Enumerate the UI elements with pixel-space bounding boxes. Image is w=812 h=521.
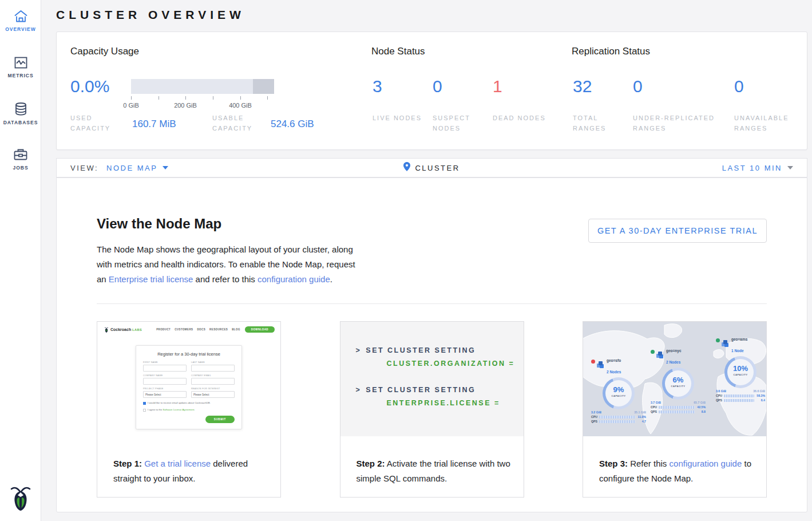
brand-suffix: LABS bbox=[132, 328, 142, 331]
unavailable-ranges-label: UNAVAILABLE RANGES bbox=[734, 113, 803, 133]
sidebar-item-label: DATABASES bbox=[0, 120, 41, 125]
locality-sfo[interactable]: geo=sfo2 Nodes 9%CAPACITY 3.2 GiB35.1 Gi… bbox=[591, 353, 646, 423]
usable-capacity-label: USABLE CAPACITY bbox=[212, 113, 270, 133]
field-label: PROJECT PHASE bbox=[143, 388, 187, 390]
view-selector[interactable]: NODE MAP bbox=[106, 164, 157, 172]
cockroachdb-logo bbox=[0, 484, 41, 514]
last-name-input[interactable] bbox=[191, 365, 235, 372]
mini-nav-resources[interactable]: RESOURCES bbox=[209, 328, 228, 331]
usable-capacity-value: 524.6 GiB bbox=[271, 119, 314, 130]
divider bbox=[97, 303, 767, 304]
get-trial-license-link[interactable]: Get a trial license bbox=[144, 459, 211, 468]
cpu-value: 11.0% bbox=[637, 415, 646, 419]
mini-nav-customers[interactable]: CUSTOMERS bbox=[175, 328, 193, 331]
qps-sparkline bbox=[724, 399, 754, 402]
capacity-ring: 6%CAPACITY bbox=[662, 368, 694, 400]
gauge-tick bbox=[213, 96, 213, 100]
suspect-nodes-value: 0 bbox=[433, 78, 442, 95]
nodes-icon bbox=[656, 352, 664, 358]
databases-icon bbox=[0, 101, 41, 117]
registration-screenshot: Cockroach LABS PRODUCT CUSTOMERS DOCS RE… bbox=[97, 322, 280, 456]
submit-button[interactable]: SUBMIT bbox=[205, 416, 235, 423]
sql-keyword: SET CLUSTER SETTING bbox=[366, 386, 476, 394]
configuration-guide-link[interactable]: configuration guide bbox=[670, 459, 742, 468]
mini-nav-blog[interactable]: BLOG bbox=[232, 328, 240, 331]
location-pin-icon bbox=[403, 162, 410, 173]
used-capacity: 3.2 GiB bbox=[591, 411, 601, 414]
prompt-symbol: > bbox=[356, 386, 362, 394]
cpu-sparkline bbox=[599, 416, 635, 419]
sidebar-item-jobs[interactable]: JOBS bbox=[0, 147, 41, 171]
sidebar-item-overview[interactable]: OVERVIEW bbox=[0, 9, 41, 32]
first-name-input[interactable] bbox=[143, 365, 187, 372]
enterprise-trial-license-link[interactable]: Enterprise trial license bbox=[109, 274, 193, 284]
step-label: Step 2: bbox=[357, 459, 385, 468]
qps-sparkline bbox=[599, 420, 635, 423]
qps-value: 6.4 bbox=[756, 398, 765, 402]
qps-value: 4.7 bbox=[637, 420, 646, 423]
enterprise-trial-button[interactable]: GET A 30-DAY ENTERPRISE TRIAL bbox=[588, 219, 767, 243]
project-phase-select[interactable]: Please Select bbox=[143, 391, 187, 398]
company-name-input[interactable] bbox=[143, 378, 187, 385]
mini-nav-product[interactable]: PRODUCT bbox=[156, 328, 171, 331]
locality-nyc[interactable]: geo=nyc2 Nodes 6%CAPACITY 3.7 GiB65.7 Gi… bbox=[651, 344, 706, 413]
step-text: Refer this bbox=[628, 459, 670, 468]
mini-download-button[interactable]: DOWNLOAD bbox=[245, 326, 275, 333]
license-agreement-checkbox[interactable] bbox=[143, 409, 146, 412]
unavailable-ranges-value: 0 bbox=[734, 78, 744, 95]
step1-caption: Step 1: Get a trial license delivered st… bbox=[113, 456, 270, 486]
company-email-input[interactable] bbox=[191, 378, 235, 385]
email-updates-checkbox[interactable] bbox=[143, 402, 146, 405]
capacity-percent: 0.0% bbox=[70, 78, 109, 95]
chevron-down-icon[interactable] bbox=[163, 166, 168, 169]
capacity-percent: 6% bbox=[665, 376, 691, 384]
description-text: and refer to this bbox=[193, 274, 258, 284]
locality-name: geo=nyc bbox=[666, 349, 682, 353]
live-nodes-label: LIVE NODES bbox=[373, 113, 427, 123]
prompt-symbol: > bbox=[356, 346, 362, 354]
cluster-overview-page: OVERVIEW METRICS DATABASES JOBS bbox=[0, 0, 812, 521]
time-range-selector[interactable]: LAST 10 MIN bbox=[722, 164, 782, 172]
node-map-preview: geo=sfo2 Nodes 9%CAPACITY 3.2 GiB35.1 Gi… bbox=[583, 322, 766, 436]
total-capacity: 36.6 GiB bbox=[753, 389, 765, 393]
capacity-usage-title: Capacity Usage bbox=[70, 46, 139, 57]
cpu-value: 58.3% bbox=[756, 394, 765, 397]
node-map-description: The Node Map shows the geographical layo… bbox=[97, 242, 366, 287]
total-capacity: 65.7 GiB bbox=[694, 401, 706, 404]
cpu-label: CPU bbox=[591, 415, 599, 419]
total-ranges-label: TOTAL RANGES bbox=[573, 113, 627, 133]
view-bar: VIEW: NODE MAP CLUSTER LAST 10 MIN bbox=[56, 158, 807, 177]
brand-name: Cockroach bbox=[110, 327, 131, 331]
gauge-tick bbox=[267, 96, 268, 100]
qps-value: 8.8 bbox=[696, 410, 706, 413]
software-license-link[interactable]: Software License Agreement. bbox=[163, 408, 195, 411]
page-title: CLUSTER OVERVIEW bbox=[56, 8, 245, 22]
under-replicated-label: UNDER-REPLICATED RANGES bbox=[633, 113, 726, 133]
qps-label: QPS bbox=[591, 420, 599, 423]
qps-label: QPS bbox=[716, 398, 724, 402]
sidebar-item-databases[interactable]: DATABASES bbox=[0, 101, 41, 125]
breadcrumb-cluster: CLUSTER bbox=[415, 164, 460, 172]
chevron-down-icon[interactable] bbox=[787, 166, 793, 169]
view-label: VIEW: bbox=[70, 164, 98, 172]
description-text: . bbox=[330, 274, 332, 284]
cpu-label: CPU bbox=[716, 394, 724, 397]
capacity-percent: 10% bbox=[727, 364, 754, 373]
form-title: Register for a 30-day trial license bbox=[143, 352, 235, 357]
reason-select[interactable]: Please Select bbox=[191, 391, 235, 398]
configuration-guide-link[interactable]: configuration guide bbox=[258, 274, 330, 284]
step-label: Step 1: bbox=[113, 459, 142, 468]
sidebar-item-label: METRICS bbox=[0, 73, 41, 78]
locality-ams[interactable]: geo=ams1 Node 10%CAPACITY 3.6 GiB36.6 Gi… bbox=[716, 332, 765, 402]
sidebar-item-metrics[interactable]: METRICS bbox=[0, 56, 41, 78]
sidebar-item-label: JOBS bbox=[0, 165, 41, 171]
under-replicated-value: 0 bbox=[633, 78, 643, 95]
locality-name: geo=sfo bbox=[607, 358, 621, 362]
mini-nav-docs[interactable]: DOCS bbox=[197, 328, 205, 331]
dead-nodes-label: DEAD NODES bbox=[493, 113, 547, 123]
locality-node-count: 1 Node bbox=[731, 349, 744, 353]
gauge-tick bbox=[240, 96, 241, 100]
cpu-sparkline bbox=[724, 394, 754, 397]
step3-card: geo=sfo2 Nodes 9%CAPACITY 3.2 GiB35.1 Gi… bbox=[583, 321, 767, 498]
capacity-gauge bbox=[131, 79, 274, 94]
